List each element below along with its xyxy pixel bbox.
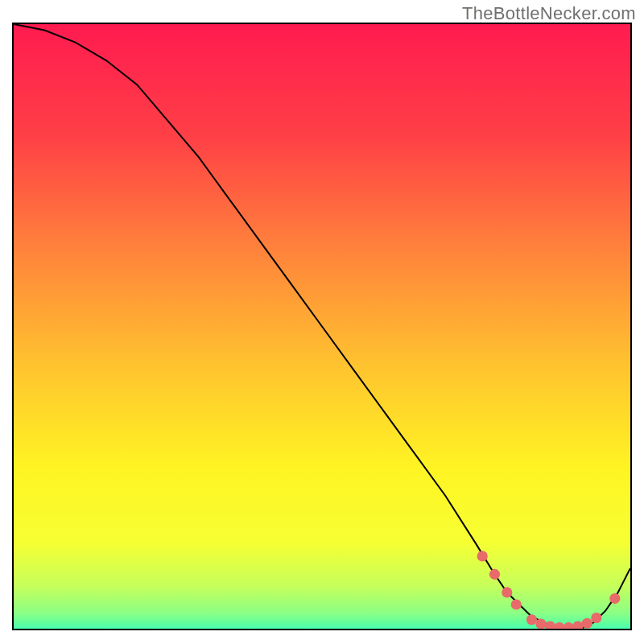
chart-canvas: TheBottleNecker.com — [0, 0, 644, 644]
watermark-label: TheBottleNecker.com — [462, 3, 636, 24]
highlight-dot — [572, 621, 583, 629]
highlight-dot — [535, 618, 546, 629]
bottleneck-curve — [14, 24, 630, 629]
curve-layer — [14, 24, 630, 629]
highlight-dot — [564, 622, 574, 629]
plot-area — [12, 23, 632, 630]
highlight-dots — [477, 551, 621, 629]
highlight-dot — [477, 551, 488, 561]
highlight-dot — [545, 621, 555, 629]
highlight-dot — [609, 593, 620, 604]
highlight-dot — [489, 569, 500, 580]
highlight-dot — [582, 618, 592, 629]
highlight-dot — [511, 599, 522, 609]
highlight-dot — [526, 614, 537, 625]
highlight-dot — [591, 613, 601, 623]
highlight-dot — [502, 587, 512, 597]
highlight-dot — [554, 622, 564, 629]
